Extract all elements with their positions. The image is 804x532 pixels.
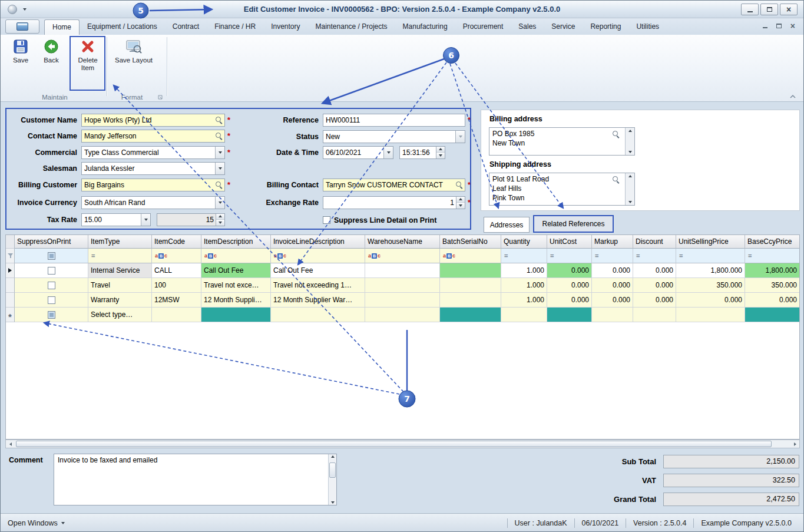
cell-itemtype[interactable]: Warranty <box>88 293 152 308</box>
cell-baseccyprice[interactable] <box>745 308 800 322</box>
tab-addresses[interactable]: Addresses <box>484 217 530 233</box>
new-item-row[interactable]: * Select type… <box>6 308 799 322</box>
cell-itemcode[interactable]: 12MSW <box>152 293 201 308</box>
cell-unitsellingprice[interactable]: 1,800.000 <box>676 263 745 278</box>
cell-unitcost[interactable]: 0.000 <box>547 293 592 308</box>
suppress-checkbox-cell[interactable] <box>15 308 88 322</box>
cell-unitcost[interactable]: 0.000 <box>547 278 592 293</box>
cell-itemtype[interactable]: Travel <box>88 278 152 293</box>
save-layout-button[interactable]: Save Layout <box>111 39 156 64</box>
invoice-currency-select[interactable]: South African Rand <box>81 196 225 209</box>
date-input[interactable]: 06/10/2021 <box>323 146 393 159</box>
tab-utilities[interactable]: Utilities <box>628 19 667 34</box>
billing-address-field[interactable]: PO Box 1985 New Town <box>489 127 635 156</box>
filter-cell-batchserialno[interactable]: aBc <box>440 249 501 263</box>
filter-cell-itemdescription[interactable]: aBc <box>201 249 271 263</box>
cell-unitcost[interactable] <box>547 308 592 322</box>
cell-discount[interactable]: 0.000 <box>633 278 676 293</box>
cell-unitcost[interactable]: 0.000 <box>547 263 592 278</box>
suppress-line-detail-checkbox[interactable] <box>323 216 330 224</box>
filter-cell-invoicelinedescription[interactable]: aBc <box>271 249 365 263</box>
spinner-arrows-icon[interactable] <box>456 197 465 209</box>
filter-cell-itemcode[interactable]: aBc <box>152 249 201 263</box>
filter-cell-baseccyprice[interactable]: = <box>745 249 800 263</box>
ribbon-collapse-icon[interactable] <box>789 92 796 101</box>
open-windows-menu[interactable]: Open Windows <box>8 519 65 527</box>
billing-contact-input[interactable]: Tarryn Snow CUSTOMER CONTACT <box>323 179 465 191</box>
dropdown-arrow-icon[interactable] <box>141 214 150 226</box>
time-stepper[interactable]: 15:31:56 <box>399 146 445 159</box>
scroll-left-icon[interactable] <box>6 440 15 448</box>
cell-itemdescription[interactable]: Call Out Fee <box>201 263 271 278</box>
mdi-restore-icon[interactable] <box>776 24 782 28</box>
salesman-select[interactable]: Julanda Kessler <box>81 162 225 175</box>
cell-invoicelinedescription[interactable]: Travel not exceeding 1… <box>271 278 365 293</box>
filter-cell-discount[interactable]: = <box>633 249 676 263</box>
dropdown-arrow-icon[interactable] <box>215 197 224 209</box>
contact-name-input[interactable]: Mandy Jefferson <box>81 130 225 143</box>
cell-itemcode[interactable]: CALL <box>152 263 201 278</box>
table-row[interactable]: Warranty 12MSW 12 Month Suppli… 12 Month… <box>6 293 799 308</box>
cell-discount[interactable]: 0.000 <box>633 293 676 308</box>
cell-warehousename[interactable] <box>365 293 440 308</box>
filter-cell-markup[interactable]: = <box>592 249 633 263</box>
maximize-button[interactable] <box>760 4 778 15</box>
tax-amount-stepper[interactable]: 15 <box>157 213 225 226</box>
filter-cell-warehousename[interactable]: aBc <box>365 249 440 263</box>
cell-batchserialno[interactable] <box>440 308 501 322</box>
cell-unitsellingprice[interactable] <box>676 308 745 322</box>
search-icon[interactable] <box>215 181 223 189</box>
comment-scroll-thumb[interactable] <box>329 462 336 478</box>
suppress-checkbox-cell[interactable] <box>15 278 88 293</box>
cell-markup[interactable]: 0.000 <box>592 278 633 293</box>
column-header-markup[interactable]: Markup <box>592 235 633 249</box>
cell-invoicelinedescription[interactable]: Call Out Fee <box>271 263 365 278</box>
address-scroll-arrows[interactable] <box>625 173 634 205</box>
cell-itemdescription[interactable]: 12 Month Suppli… <box>201 293 271 308</box>
dropdown-arrow-icon[interactable] <box>215 147 224 158</box>
filter-cell-itemtype[interactable]: = <box>88 249 152 263</box>
exchange-rate-stepper[interactable]: 1 <box>323 196 465 209</box>
dropdown-arrow-icon[interactable] <box>383 147 393 158</box>
tab-equipment-locations[interactable]: Equipment / Locations <box>80 19 165 34</box>
search-icon[interactable] <box>215 116 223 124</box>
cell-quantity[interactable]: 1.000 <box>501 293 547 308</box>
cell-baseccyprice[interactable]: 0.000 <box>745 293 800 308</box>
billing-customer-input[interactable]: Big Bargains <box>81 179 225 191</box>
tab-maintenance-projects[interactable]: Maintenance / Projects <box>308 19 395 34</box>
dropdown-arrow-icon[interactable] <box>215 163 224 174</box>
comment-input[interactable]: Invoice to be faxed and emailed <box>54 454 337 505</box>
tab-related-references[interactable]: Related References <box>533 215 614 233</box>
scroll-right-icon[interactable] <box>790 440 799 448</box>
filter-cell-unitcost[interactable]: = <box>547 249 592 263</box>
tab-contract[interactable]: Contract <box>165 19 207 34</box>
cell-itemdescription[interactable]: Travel not exce… <box>201 278 271 293</box>
column-header-warehousename[interactable]: WarehouseName <box>365 235 440 249</box>
delete-item-button[interactable]: Delete Item <box>72 39 103 72</box>
cell-invoicelinedescription[interactable]: 12 Month Supplier War… <box>271 293 365 308</box>
cell-quantity[interactable] <box>501 308 547 322</box>
column-header-unitcost[interactable]: UnitCost <box>547 235 592 249</box>
suppress-checkbox-cell[interactable] <box>15 263 88 278</box>
cell-unitsellingprice[interactable]: 350.000 <box>676 278 745 293</box>
cell-invoicelinedescription[interactable] <box>271 308 365 322</box>
spinner-arrows-icon[interactable] <box>216 214 224 226</box>
suppress-checkbox-cell[interactable] <box>15 293 88 308</box>
column-header-suppressonprint[interactable]: SuppressOnPrint <box>15 235 88 249</box>
application-button[interactable] <box>5 19 39 34</box>
column-header-batchserialno[interactable]: BatchSerialNo <box>440 235 501 249</box>
tab-reporting[interactable]: Reporting <box>583 19 628 34</box>
tax-rate-select[interactable]: 15.00 <box>81 213 151 226</box>
format-dialog-launcher-icon[interactable] <box>157 94 163 102</box>
column-header-invoicelinedescription[interactable]: InvoiceLineDescription <box>271 235 365 249</box>
cell-markup[interactable]: 0.000 <box>592 263 633 278</box>
search-icon[interactable] <box>455 181 463 189</box>
table-row[interactable]: Travel 100 Travel not exce… Travel not e… <box>6 278 799 293</box>
horizontal-scrollbar[interactable] <box>5 440 800 448</box>
comment-scrollbar[interactable] <box>328 454 336 505</box>
column-header-quantity[interactable]: Quantity <box>501 235 547 249</box>
commercial-select[interactable]: Type Class Commercial <box>81 146 225 159</box>
search-icon[interactable] <box>612 130 620 138</box>
tab-finance-hr[interactable]: Finance / HR <box>207 19 263 34</box>
cell-itemcode[interactable]: 100 <box>152 278 201 293</box>
